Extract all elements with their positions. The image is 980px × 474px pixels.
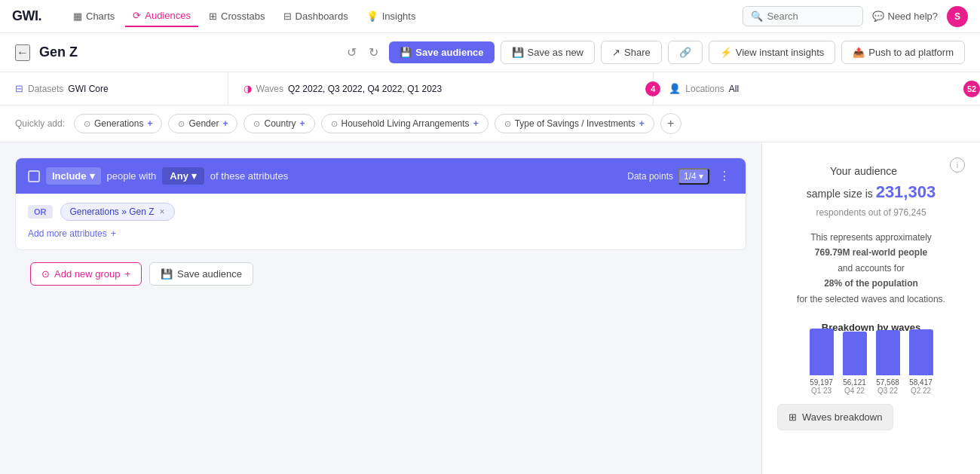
target-icon: ⊙	[41, 268, 50, 280]
quick-add-chip-generations[interactable]: ⊙ Generations +	[74, 114, 162, 133]
datasets-section[interactable]: ⊟ Datasets GWI Core	[0, 72, 228, 105]
savings-chip-label: Type of Savings / Investments	[515, 118, 635, 129]
any-dropdown[interactable]: Any ▾	[162, 167, 204, 185]
waves-breakdown-icon: ⊞	[789, 411, 797, 423]
gender-chip-label: Gender	[188, 118, 219, 129]
quick-add-chip-household[interactable]: ⊙ Household Living Arrangements +	[321, 114, 488, 133]
bar-value-label: 57,568	[876, 378, 899, 387]
nav-item-charts[interactable]: ▦ Charts	[66, 6, 122, 26]
represents-line2: and accounts for	[838, 263, 905, 274]
share-button[interactable]: ↗ Share	[601, 41, 662, 64]
people-with-label: people with	[107, 170, 157, 182]
link-button[interactable]: 🔗	[668, 41, 703, 64]
quick-add-more-button[interactable]: +	[660, 113, 681, 134]
share-label: Share	[624, 47, 651, 58]
bar-rect	[843, 332, 867, 375]
data-points-dropdown[interactable]: 1/4 ▾	[678, 168, 709, 185]
breakdown-title: Breakdown by waves	[777, 322, 965, 333]
dataset-bar: ⊟ Datasets GWI Core ◑ Waves Q2 2022, Q3 …	[0, 72, 980, 106]
quick-add-chip-gender[interactable]: ⊙ Gender +	[168, 114, 237, 133]
add-more-attributes-button[interactable]: Add more attributes +	[28, 221, 733, 240]
undo-button[interactable]: ↺	[342, 42, 361, 63]
nav-item-dashboards[interactable]: ⊟ Dashboards	[276, 6, 356, 26]
nav-label-charts: Charts	[86, 11, 115, 22]
population-percent-label: 28% of the population	[824, 278, 918, 289]
quick-add-chip-country[interactable]: ⊙ Country +	[243, 114, 314, 133]
data-points-arrow-icon: ▾	[699, 171, 703, 182]
search-box[interactable]: 🔍	[743, 6, 863, 26]
avatar[interactable]: S	[947, 6, 968, 27]
bar-value-label: 59,197	[810, 378, 833, 387]
nav-label-dashboards: Dashboards	[296, 11, 348, 22]
bar-period-label: Q2 22	[911, 387, 931, 395]
of-attrs-label: of these attributes	[210, 170, 288, 182]
locations-section[interactable]: 👤 Locations All 52	[654, 72, 980, 105]
save-as-new-label: Save as new	[528, 47, 583, 58]
add-more-icon: +	[111, 228, 116, 239]
remove-attribute-button[interactable]: ×	[160, 206, 165, 217]
need-help-button[interactable]: 💬 Need help?	[872, 11, 939, 22]
save-audience-bottom-button[interactable]: 💾 Save audience	[149, 262, 253, 286]
gender-chip-icon: ⊙	[178, 119, 185, 129]
quick-add-label: Quickly add:	[15, 118, 65, 129]
back-button[interactable]: ←	[15, 44, 30, 61]
audience-size-text: Your audiencesample size is 231,303	[777, 164, 965, 204]
quick-add-chip-savings[interactable]: ⊙ Type of Savings / Investments +	[495, 114, 654, 133]
nav-items: ▦ Charts ⟳ Audiences ⊞ Crosstabs ⊟ Dashb…	[66, 5, 423, 27]
waves-icon: ◑	[243, 83, 252, 94]
save-as-new-button[interactable]: 💾 Save as new	[501, 41, 595, 64]
search-icon: 🔍	[751, 11, 763, 22]
savings-plus-icon: +	[639, 118, 645, 129]
generations-plus-icon: +	[147, 118, 152, 129]
view-instant-insights-button[interactable]: ⚡ View instant insights	[709, 41, 836, 64]
gwi-logo: GWI.	[12, 8, 41, 24]
need-help-label: Need help?	[888, 11, 939, 22]
search-input[interactable]	[767, 11, 855, 22]
group-checkbox[interactable]	[28, 170, 40, 182]
lightning-icon: ⚡	[720, 47, 732, 58]
locations-label: Locations	[685, 84, 724, 94]
builder-area: Include ▾ people with Any ▾ of these att…	[0, 142, 761, 474]
nav-label-crosstabs: Crosstabs	[221, 11, 265, 22]
waves-label: Waves	[256, 84, 283, 94]
info-icon-button[interactable]: i	[950, 157, 965, 173]
data-points-value: 1/4	[684, 171, 697, 182]
waves-section[interactable]: ◑ Waves Q2 2022, Q3 2022, Q4 2022, Q1 20…	[228, 72, 654, 105]
bar-period-label: Q3 22	[877, 387, 898, 395]
add-more-label: Add more attributes	[28, 228, 107, 239]
data-points-label: Data points	[627, 171, 673, 182]
represents-line1: This represents approximately	[810, 232, 932, 243]
bar-rect	[810, 329, 834, 375]
redo-button[interactable]: ↻	[364, 42, 383, 63]
waves-breakdown-button[interactable]: ⊞ Waves breakdown	[777, 404, 893, 430]
group-header: Include ▾ people with Any ▾ of these att…	[16, 158, 746, 194]
include-dropdown[interactable]: Include ▾	[46, 167, 101, 185]
add-group-plus-icon: +	[124, 268, 130, 280]
include-arrow-icon: ▾	[90, 170, 95, 182]
locations-icon: 👤	[669, 83, 681, 94]
push-icon: 📤	[853, 47, 865, 58]
add-new-group-button[interactable]: ⊙ Add new group +	[30, 262, 142, 286]
gender-plus-icon: +	[222, 118, 228, 129]
push-to-ad-platform-button[interactable]: 📤 Push to ad platform	[841, 41, 965, 64]
attribute-tag-genz: Generations » Gen Z ×	[60, 203, 175, 221]
household-chip-label: Household Living Arrangements	[341, 118, 470, 129]
locations-count-badge: 52	[963, 81, 980, 97]
household-plus-icon: +	[473, 118, 479, 129]
push-label: Push to ad platform	[868, 47, 954, 58]
bottom-actions: ⊙ Add new group + 💾 Save audience	[15, 250, 746, 298]
save-new-icon: 💾	[512, 47, 524, 58]
right-panel: i Your audiencesample size is 231,303 re…	[761, 142, 980, 474]
generations-chip-label: Generations	[94, 118, 143, 129]
undo-redo-group: ↺ ↻	[342, 42, 383, 63]
group-options-button[interactable]: ⋮	[715, 169, 733, 183]
country-chip-label: Country	[264, 118, 296, 129]
nav-item-audiences[interactable]: ⟳ Audiences	[125, 5, 198, 27]
group-body: OR Generations » Gen Z × Add more attrib…	[16, 194, 746, 249]
datasets-value: GWI Core	[68, 84, 108, 94]
nav-item-insights[interactable]: 💡 Insights	[359, 6, 424, 26]
quick-add-bar: Quickly add: ⊙ Generations + ⊙ Gender + …	[0, 106, 980, 142]
save-audience-button[interactable]: 💾 Save audience	[389, 41, 494, 63]
nav-item-crosstabs[interactable]: ⊞ Crosstabs	[201, 6, 273, 26]
audiences-icon: ⟳	[133, 10, 141, 21]
